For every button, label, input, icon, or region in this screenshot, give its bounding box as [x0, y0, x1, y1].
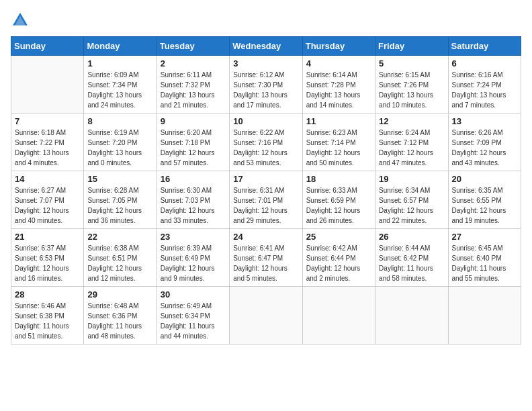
day-info: Sunrise: 6:38 AM Sunset: 6:51 PM Dayligh… [87, 243, 152, 283]
calendar-day-cell: 25Sunrise: 6:42 AM Sunset: 6:44 PM Dayli… [302, 229, 375, 287]
day-info: Sunrise: 6:30 AM Sunset: 7:03 PM Dayligh… [161, 185, 226, 226]
weekday-header: Friday [375, 37, 448, 56]
day-number: 20 [452, 174, 517, 184]
day-number: 7 [15, 116, 80, 126]
calendar-week-row: 28Sunrise: 6:46 AM Sunset: 6:38 PM Dayli… [11, 287, 521, 345]
day-info: Sunrise: 6:24 AM Sunset: 7:12 PM Dayligh… [379, 128, 444, 168]
calendar-day-cell [11, 56, 84, 113]
calendar-day-cell: 10Sunrise: 6:22 AM Sunset: 7:16 PM Dayli… [230, 113, 302, 171]
calendar-day-cell: 18Sunrise: 6:33 AM Sunset: 6:59 PM Dayli… [302, 171, 375, 229]
calendar-week-row: 1Sunrise: 6:09 AM Sunset: 7:34 PM Daylig… [11, 56, 521, 113]
calendar-header-row: SundayMondayTuesdayWednesdayThursdayFrid… [11, 37, 521, 56]
day-info: Sunrise: 6:41 AM Sunset: 6:47 PM Dayligh… [233, 243, 298, 283]
calendar-day-cell: 28Sunrise: 6:46 AM Sunset: 6:38 PM Dayli… [11, 287, 84, 345]
day-number: 6 [452, 58, 517, 68]
day-info: Sunrise: 6:39 AM Sunset: 6:49 PM Dayligh… [161, 243, 226, 283]
page-header [11, 11, 521, 30]
calendar-day-cell: 21Sunrise: 6:37 AM Sunset: 6:53 PM Dayli… [11, 229, 84, 287]
day-number: 19 [379, 174, 444, 184]
day-number: 22 [87, 232, 152, 242]
calendar-day-cell: 6Sunrise: 6:16 AM Sunset: 7:24 PM Daylig… [448, 56, 521, 113]
day-info: Sunrise: 6:34 AM Sunset: 6:57 PM Dayligh… [379, 185, 444, 226]
calendar-day-cell: 14Sunrise: 6:27 AM Sunset: 7:07 PM Dayli… [11, 171, 84, 229]
day-info: Sunrise: 6:16 AM Sunset: 7:24 PM Dayligh… [452, 70, 517, 110]
day-number: 13 [452, 116, 517, 126]
weekday-header: Saturday [448, 37, 521, 56]
day-number: 2 [161, 58, 226, 68]
calendar-day-cell: 17Sunrise: 6:31 AM Sunset: 7:01 PM Dayli… [230, 171, 302, 229]
calendar-day-cell: 30Sunrise: 6:49 AM Sunset: 6:34 PM Dayli… [157, 287, 229, 345]
day-info: Sunrise: 6:22 AM Sunset: 7:16 PM Dayligh… [233, 128, 298, 168]
calendar-day-cell: 29Sunrise: 6:48 AM Sunset: 6:36 PM Dayli… [84, 287, 157, 345]
day-info: Sunrise: 6:23 AM Sunset: 7:14 PM Dayligh… [306, 128, 371, 168]
calendar-day-cell: 5Sunrise: 6:15 AM Sunset: 7:26 PM Daylig… [375, 56, 448, 113]
day-number: 28 [15, 289, 80, 300]
day-number: 17 [233, 174, 298, 184]
day-info: Sunrise: 6:49 AM Sunset: 6:34 PM Dayligh… [161, 301, 226, 341]
day-info: Sunrise: 6:48 AM Sunset: 6:36 PM Dayligh… [87, 301, 152, 341]
day-number: 16 [161, 174, 226, 184]
day-number: 8 [87, 116, 152, 126]
day-info: Sunrise: 6:31 AM Sunset: 7:01 PM Dayligh… [233, 185, 298, 226]
day-info: Sunrise: 6:28 AM Sunset: 7:05 PM Dayligh… [87, 185, 152, 226]
day-info: Sunrise: 6:33 AM Sunset: 6:59 PM Dayligh… [306, 185, 371, 226]
day-number: 23 [161, 232, 226, 242]
calendar-day-cell [302, 287, 375, 345]
calendar-day-cell: 15Sunrise: 6:28 AM Sunset: 7:05 PM Dayli… [84, 171, 157, 229]
calendar-day-cell: 27Sunrise: 6:45 AM Sunset: 6:40 PM Dayli… [448, 229, 521, 287]
day-info: Sunrise: 6:46 AM Sunset: 6:38 PM Dayligh… [15, 301, 80, 341]
day-number: 29 [87, 289, 152, 300]
day-number: 5 [379, 58, 444, 68]
calendar-day-cell: 1Sunrise: 6:09 AM Sunset: 7:34 PM Daylig… [84, 56, 157, 113]
day-number: 27 [452, 232, 517, 242]
calendar-day-cell: 13Sunrise: 6:26 AM Sunset: 7:09 PM Dayli… [448, 113, 521, 171]
weekday-header: Thursday [302, 37, 375, 56]
day-info: Sunrise: 6:18 AM Sunset: 7:22 PM Dayligh… [15, 128, 80, 168]
day-info: Sunrise: 6:45 AM Sunset: 6:40 PM Dayligh… [452, 243, 517, 283]
calendar-day-cell [448, 287, 521, 345]
day-info: Sunrise: 6:44 AM Sunset: 6:42 PM Dayligh… [379, 243, 444, 283]
calendar-week-row: 21Sunrise: 6:37 AM Sunset: 6:53 PM Dayli… [11, 229, 521, 287]
day-number: 21 [15, 232, 80, 242]
calendar-day-cell [230, 287, 302, 345]
day-number: 9 [161, 116, 226, 126]
day-number: 3 [233, 58, 298, 68]
day-number: 12 [379, 116, 444, 126]
calendar-table: SundayMondayTuesdayWednesdayThursdayFrid… [11, 36, 521, 345]
weekday-header: Wednesday [230, 37, 302, 56]
day-info: Sunrise: 6:27 AM Sunset: 7:07 PM Dayligh… [15, 185, 80, 226]
calendar-day-cell: 9Sunrise: 6:20 AM Sunset: 7:18 PM Daylig… [157, 113, 229, 171]
day-number: 26 [379, 232, 444, 242]
calendar-day-cell: 2Sunrise: 6:11 AM Sunset: 7:32 PM Daylig… [157, 56, 229, 113]
calendar-day-cell: 11Sunrise: 6:23 AM Sunset: 7:14 PM Dayli… [302, 113, 375, 171]
day-info: Sunrise: 6:11 AM Sunset: 7:32 PM Dayligh… [161, 70, 226, 110]
day-number: 15 [87, 174, 152, 184]
calendar-day-cell: 3Sunrise: 6:12 AM Sunset: 7:30 PM Daylig… [230, 56, 302, 113]
calendar-week-row: 14Sunrise: 6:27 AM Sunset: 7:07 PM Dayli… [11, 171, 521, 229]
calendar-day-cell: 4Sunrise: 6:14 AM Sunset: 7:28 PM Daylig… [302, 56, 375, 113]
day-info: Sunrise: 6:26 AM Sunset: 7:09 PM Dayligh… [452, 128, 517, 168]
calendar-day-cell: 23Sunrise: 6:39 AM Sunset: 6:49 PM Dayli… [157, 229, 229, 287]
weekday-header: Monday [84, 37, 157, 56]
calendar-day-cell: 8Sunrise: 6:19 AM Sunset: 7:20 PM Daylig… [84, 113, 157, 171]
day-number: 24 [233, 232, 298, 242]
calendar-day-cell: 12Sunrise: 6:24 AM Sunset: 7:12 PM Dayli… [375, 113, 448, 171]
calendar-day-cell: 20Sunrise: 6:35 AM Sunset: 6:55 PM Dayli… [448, 171, 521, 229]
day-info: Sunrise: 6:15 AM Sunset: 7:26 PM Dayligh… [379, 70, 444, 110]
weekday-header: Tuesday [157, 37, 229, 56]
calendar-day-cell: 24Sunrise: 6:41 AM Sunset: 6:47 PM Dayli… [230, 229, 302, 287]
calendar-day-cell: 22Sunrise: 6:38 AM Sunset: 6:51 PM Dayli… [84, 229, 157, 287]
day-number: 25 [306, 232, 371, 242]
day-number: 10 [233, 116, 298, 126]
calendar-day-cell: 7Sunrise: 6:18 AM Sunset: 7:22 PM Daylig… [11, 113, 84, 171]
calendar-day-cell: 19Sunrise: 6:34 AM Sunset: 6:57 PM Dayli… [375, 171, 448, 229]
day-info: Sunrise: 6:14 AM Sunset: 7:28 PM Dayligh… [306, 70, 371, 110]
day-info: Sunrise: 6:09 AM Sunset: 7:34 PM Dayligh… [87, 70, 152, 110]
day-number: 4 [306, 58, 371, 68]
day-number: 18 [306, 174, 371, 184]
logo-icon [11, 11, 30, 30]
calendar-day-cell: 16Sunrise: 6:30 AM Sunset: 7:03 PM Dayli… [157, 171, 229, 229]
day-number: 1 [87, 58, 152, 68]
weekday-header: Sunday [11, 37, 84, 56]
day-info: Sunrise: 6:20 AM Sunset: 7:18 PM Dayligh… [161, 128, 226, 168]
